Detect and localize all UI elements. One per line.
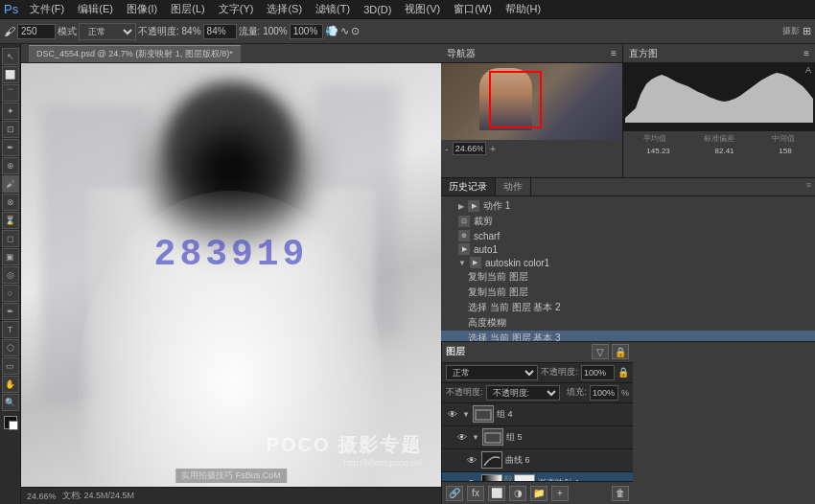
airbrush-icon[interactable]: 💨 <box>325 25 338 37</box>
marquee-tool[interactable]: ⬜ <box>2 66 19 83</box>
opacity-value-input[interactable] <box>581 365 615 380</box>
menu-filter[interactable]: 滤镜(T) <box>310 2 356 16</box>
blur-tool[interactable]: ◎ <box>2 266 19 284</box>
svg-rect-1 <box>485 433 501 443</box>
background-color[interactable] <box>9 421 18 430</box>
canvas-tab-label[interactable]: DSC_4554.psd @ 24.7% (新变映射 1, 图层版权/8)* <box>29 45 241 62</box>
layer-curve6[interactable]: 👁 曲线 6 <box>442 449 633 472</box>
navigator-thumbnail[interactable] <box>441 63 622 140</box>
fill-value-input[interactable] <box>590 385 618 401</box>
workspace-icon[interactable]: ⊞ <box>803 25 811 37</box>
histogram-menu-icon[interactable]: ≡ <box>803 48 809 58</box>
smoothing-icon[interactable]: ∿ <box>340 25 349 37</box>
foreground-color[interactable] <box>4 416 17 429</box>
hist-median-label: 中间值 <box>772 133 795 144</box>
lock-all-icon[interactable]: 🔒 <box>617 367 629 378</box>
add-mask-btn[interactable]: ⬜ <box>488 486 505 501</box>
menu-window[interactable]: 窗口(W) <box>448 2 498 16</box>
svg-rect-0 <box>476 410 491 420</box>
menu-image[interactable]: 图像(I) <box>121 2 163 16</box>
eyedropper-tool[interactable]: ✒ <box>2 139 19 156</box>
pen-tool[interactable]: ✒ <box>2 303 19 320</box>
brush-tool[interactable]: 🖌 <box>2 175 19 193</box>
mode-select[interactable]: 正常 <box>79 23 136 40</box>
history-item-copy1[interactable]: 复制当前 图层 <box>441 269 815 285</box>
menu-view[interactable]: 视图(V) <box>399 2 446 16</box>
right-panels: 导航器 ≡ - + <box>441 44 815 504</box>
canvas-viewport[interactable]: 283919 POCO 摄影专题 http://photo.poco.cn/ 实… <box>21 63 441 487</box>
gradient-tool[interactable]: ▣ <box>2 248 19 265</box>
lock-icon[interactable]: 🔒 <box>612 344 629 359</box>
history-item-highblur[interactable]: 高度模糊 <box>441 315 815 331</box>
filter-layers-icon[interactable]: ▽ <box>592 344 609 359</box>
move-tool[interactable]: ↖ <box>2 48 19 65</box>
flow-input[interactable] <box>290 24 323 39</box>
layer-mask-gradient1 <box>514 474 535 481</box>
dodge-tool[interactable]: ○ <box>2 285 19 302</box>
menu-3d[interactable]: 3D(D) <box>358 4 397 15</box>
history-item-select1[interactable]: 选择 当前 图层 基本 2 <box>441 300 815 315</box>
type-tool[interactable]: T <box>2 321 19 338</box>
crop-label: 裁剪 <box>474 215 493 228</box>
layer-eye-group5[interactable]: 👁 <box>455 430 469 444</box>
zoom-tool[interactable]: 🔍 <box>2 394 19 411</box>
history-item-scharf[interactable]: ⊕ scharf <box>441 229 815 242</box>
menu-select[interactable]: 选择(S) <box>261 2 308 16</box>
navigator-menu-icon[interactable]: ≡ <box>611 48 617 58</box>
add-layer-btn[interactable]: + <box>551 486 569 501</box>
layer-eye-curve6[interactable]: 👁 <box>465 453 478 467</box>
canvas-status-bar: 24.66% 文档: 24.5M/24.5M <box>21 487 441 504</box>
tab-history[interactable]: 历史记录 <box>441 178 496 195</box>
fill-percent: % <box>621 388 629 398</box>
menu-edit[interactable]: 编辑(E) <box>72 2 119 16</box>
history-menu-icon[interactable]: ≡ <box>803 178 815 195</box>
layer-eye-group4[interactable]: 👁 <box>446 407 459 421</box>
blend-mode-select[interactable]: 正常 <box>446 365 538 380</box>
zoom-input[interactable] <box>453 142 486 155</box>
menu-file[interactable]: 文件(F) <box>24 2 70 16</box>
layers-toolbar: 图层 ▽ 🔒 <box>442 342 633 363</box>
eraser-tool[interactable]: ◻ <box>2 230 19 247</box>
lock-options-select[interactable]: 不透明度: <box>486 385 561 401</box>
opacity-input[interactable] <box>203 24 237 39</box>
history-item-crop[interactable]: ⊡ 裁剪 <box>441 214 815 229</box>
lasso-tool[interactable]: ⌒ <box>2 84 19 102</box>
zoom-out-icon[interactable]: - <box>445 143 449 154</box>
shape-tool[interactable]: ▭ <box>2 357 19 375</box>
layer-name-group5: 组 5 <box>506 431 629 444</box>
history-brush-tool[interactable]: ⌛ <box>2 212 19 229</box>
menu-type[interactable]: 文字(Y) <box>213 2 260 16</box>
delete-layer-btn[interactable]: 🗑 <box>612 486 629 501</box>
magic-wand-tool[interactable]: ✦ <box>2 103 19 120</box>
layer-gradient-map1[interactable]: 👁 ⛓ 渐变映射 1 <box>442 472 633 482</box>
history-item-auto1[interactable]: ▶ auto1 <box>441 242 815 256</box>
history-item-select2[interactable]: 选择 当前 图层 基本 3 <box>441 331 815 341</box>
layers-fill-row: 不透明度: 不透明度: 填充: % <box>442 383 633 403</box>
healing-tool[interactable]: ⊕ <box>2 157 19 174</box>
brush-size-input[interactable] <box>17 24 56 39</box>
layers-title: 图层 <box>446 345 465 358</box>
path-tool[interactable]: ⬡ <box>2 339 19 356</box>
history-item-copy2[interactable]: 复制当前 图层 <box>441 285 815 300</box>
zoom-in-icon[interactable]: + <box>490 143 496 154</box>
pressure-icon[interactable]: ⊙ <box>351 25 360 37</box>
clone-tool[interactable]: ⊗ <box>2 194 19 211</box>
crop-tool[interactable]: ⊡ <box>2 121 19 138</box>
add-style-btn[interactable]: fx <box>467 486 484 501</box>
menu-layer[interactable]: 图层(L) <box>165 2 210 16</box>
layer-group5[interactable]: 👁 ▼ 组 5 <box>442 426 633 449</box>
add-adjustment-btn[interactable]: ◑ <box>509 486 526 501</box>
layer-thumb-group4 <box>473 405 494 423</box>
menu-help[interactable]: 帮助(H) <box>500 2 547 16</box>
group4-arrow[interactable]: ▼ <box>462 410 470 419</box>
nav-photo-bg <box>441 63 622 140</box>
link-layers-btn[interactable]: 🔗 <box>446 486 463 501</box>
hand-tool[interactable]: ✋ <box>2 376 19 393</box>
group5-arrow[interactable]: ▼ <box>472 433 479 442</box>
history-item-autoskin[interactable]: ▼ ▶ autoskin color1 <box>441 256 815 269</box>
toolbar-mode-label: 模式 <box>58 25 77 38</box>
tab-actions[interactable]: 动作 <box>496 178 531 195</box>
history-item-action1[interactable]: ▶ ▶ 动作 1 <box>441 198 815 214</box>
layer-group4[interactable]: 👁 ▼ 组 4 <box>442 403 633 426</box>
add-group-btn[interactable]: 📁 <box>530 486 547 501</box>
